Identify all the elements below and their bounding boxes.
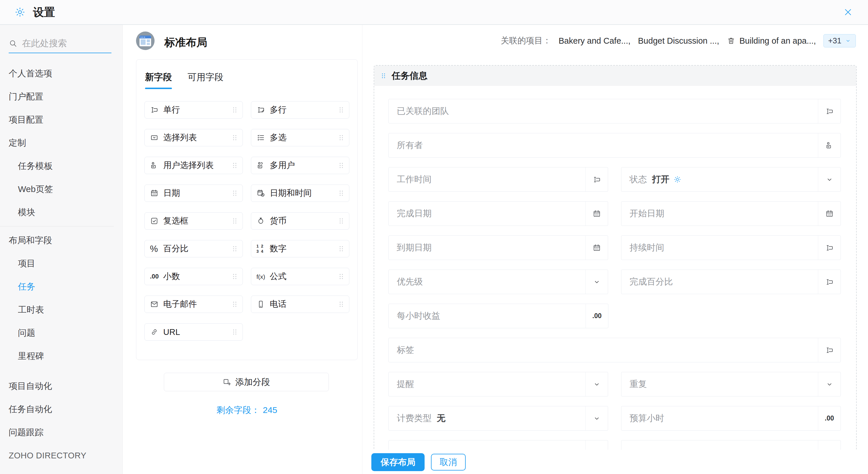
field-type-label: 多行 [270, 104, 286, 116]
tab-new-fields[interactable]: 新字段 [145, 71, 172, 89]
sidebar-item[interactable]: 项目自动化 [0, 374, 122, 398]
field-type-card[interactable]: 电话 [251, 296, 349, 313]
picklist-icon [150, 133, 159, 142]
field-row: 优先级完成百分比 [389, 270, 841, 294]
layout-field[interactable]: 优先级 [389, 270, 608, 294]
decimal-icon: .00 [825, 415, 834, 422]
search-input[interactable] [22, 38, 112, 48]
calendar-icon [825, 209, 834, 218]
sidebar-item[interactable]: 门户配置 [0, 85, 122, 108]
status-gear-icon[interactable] [674, 175, 681, 183]
drag-handle-icon[interactable] [231, 217, 239, 225]
layout-field[interactable]: 工作时间 [389, 167, 608, 192]
field-type-card[interactable]: 多行 [251, 101, 349, 118]
field-type-card[interactable]: 用户选择列表 [145, 157, 243, 174]
field-type-card[interactable]: 选择列表 [145, 129, 243, 146]
layout-field[interactable]: 计费类型无 [389, 406, 608, 431]
layout-field[interactable]: 已关联的团队 [389, 99, 841, 124]
layout-field[interactable]: 所有者 [389, 133, 841, 158]
layout-field[interactable]: 持续时间 [621, 235, 841, 260]
field-type-card[interactable]: 电子邮件 [145, 296, 243, 313]
field-row: 完成日期开始日期 [389, 201, 841, 226]
drag-handle-icon[interactable] [338, 190, 345, 197]
sidebar-item[interactable]: 问题跟踪 [0, 421, 122, 444]
sidebar-item[interactable]: 个人首选项 [0, 62, 122, 85]
layout-field[interactable]: 每小时收益.00 [389, 304, 609, 328]
drag-handle-icon[interactable] [231, 106, 239, 114]
drag-handle-icon[interactable] [338, 162, 345, 169]
layout-field[interactable]: 预算小时.00 [621, 406, 841, 431]
drag-handle-icon[interactable] [231, 328, 239, 336]
layout-field[interactable]: 标签 [389, 338, 841, 362]
field-type-card[interactable]: 货币 [251, 212, 349, 230]
field-type-icon-wrap [256, 300, 270, 309]
layout-field[interactable]: 完成百分比 [621, 270, 841, 294]
drag-handle-icon[interactable] [338, 217, 345, 225]
field-type-icon-wrap [150, 216, 163, 225]
layout-field[interactable]: 提醒 [389, 372, 608, 397]
drag-handle-icon[interactable] [338, 245, 345, 252]
sidebar-item[interactable]: 任务 [0, 275, 122, 298]
drag-handle-icon[interactable] [231, 162, 239, 169]
drag-handle-icon[interactable] [338, 134, 345, 141]
drag-handle-icon[interactable] [231, 301, 239, 308]
tab-available-fields[interactable]: 可用字段 [188, 71, 223, 89]
field-type-card[interactable]: URL [145, 323, 243, 341]
drag-handle-icon[interactable] [231, 134, 239, 141]
field-type-card[interactable]: 单行 [145, 101, 243, 118]
drag-handle-icon[interactable] [380, 72, 387, 79]
sidebar-item[interactable]: 任务模板 [0, 155, 122, 177]
number-icon: 1 23 4 [256, 244, 264, 253]
project-name: Budget Discussion ..., [638, 36, 719, 46]
sidebar-item[interactable]: ZOHO DIRECTORY [0, 444, 122, 467]
save-layout-button[interactable]: 保存布局 [371, 453, 425, 471]
field-row-spacer [621, 304, 841, 328]
layout-field[interactable]: 完成日期 [389, 201, 608, 226]
field-type-card[interactable]: f(x)公式 [251, 268, 349, 285]
more-projects-dropdown[interactable]: +31 [824, 34, 856, 47]
field-type-indicator [585, 372, 608, 396]
close-icon[interactable] [843, 7, 853, 17]
layout-field[interactable]: 开始日期 [621, 201, 841, 226]
field-type-indicator: .00 [586, 304, 608, 328]
sidebar-item[interactable]: 工时表 [0, 298, 122, 321]
field-type-card[interactable]: 多选 [251, 129, 349, 146]
drag-handle-icon[interactable] [231, 273, 239, 280]
field-label: 计费类型 [397, 412, 432, 424]
field-type-card[interactable]: 1 23 4数字 [251, 240, 349, 258]
text-single-icon [825, 243, 834, 252]
sidebar-item[interactable]: 项目 [0, 252, 122, 275]
drag-handle-icon[interactable] [231, 190, 239, 197]
settings-sidebar: 个人首选项门户配置项目配置定制任务模板Web页签模块布局和字段项目任务工时表问题… [0, 25, 123, 474]
sidebar-item[interactable]: 里程碑 [0, 344, 122, 368]
add-section-button[interactable]: 添加分段 [164, 373, 329, 391]
field-type-label: 货币 [270, 215, 286, 227]
cancel-button[interactable]: 取消 [431, 454, 466, 471]
checkbox-icon [150, 216, 159, 225]
drag-handle-icon[interactable] [338, 106, 345, 114]
sidebar-item[interactable]: 模块 [0, 201, 122, 224]
field-type-card[interactable]: .00小数 [145, 268, 243, 285]
sidebar-item[interactable]: 定制 [0, 131, 122, 155]
sidebar-item[interactable]: 任务自动化 [0, 398, 122, 421]
field-type-card[interactable]: 复选框 [145, 212, 243, 230]
layout-field[interactable]: 到期日期 [389, 235, 608, 260]
sidebar-item[interactable]: 问题 [0, 321, 122, 344]
field-type-card[interactable]: %百分比 [145, 240, 243, 258]
sidebar-item[interactable]: Web页签 [0, 177, 122, 201]
layout-field[interactable]: 重复 [621, 372, 841, 397]
field-type-card[interactable]: 多用户 [251, 157, 349, 174]
drag-handle-icon[interactable] [338, 273, 345, 280]
sidebar-item[interactable]: 布局和字段 [0, 229, 122, 252]
field-type-label: 复选框 [163, 215, 188, 227]
drag-icon [380, 72, 387, 79]
field-type-card[interactable]: 日期 [145, 184, 243, 202]
drag-handle-icon[interactable] [231, 245, 239, 252]
field-label: 状态 [629, 173, 647, 185]
sidebar-item[interactable]: 项目配置 [0, 108, 122, 131]
drag-handle-icon[interactable] [338, 301, 345, 308]
layout-field[interactable]: 状态打开 [621, 167, 841, 192]
field-type-card[interactable]: 日期和时间 [251, 184, 349, 202]
field-type-indicator [818, 372, 840, 396]
sidebar-search [9, 38, 112, 53]
